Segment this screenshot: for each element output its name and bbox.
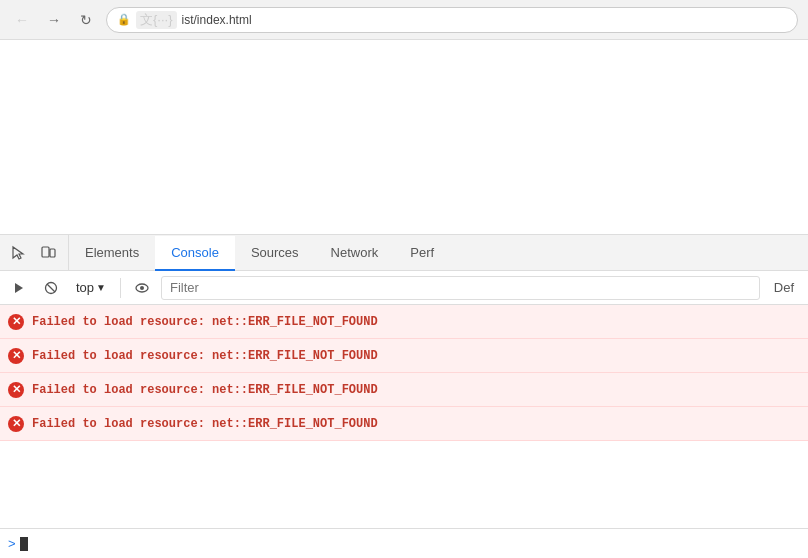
svg-rect-1 (42, 247, 49, 257)
svg-marker-3 (15, 283, 23, 293)
lock-icon: 🔒 (117, 13, 131, 26)
error-row-3: ✕ Failed to load resource: net::ERR_FILE… (0, 373, 808, 407)
devtools-panel: Elements Console Sources Network Perf (0, 235, 808, 558)
toolbar-separator (120, 278, 121, 298)
run-script-icon[interactable] (6, 275, 32, 301)
console-prompt-icon: > (8, 536, 16, 551)
error-icon-2: ✕ (8, 348, 24, 364)
device-toolbar-icon[interactable] (36, 240, 62, 266)
address-bar[interactable]: 🔒 文{···} ist/index.html (106, 7, 798, 33)
forward-button[interactable]: → (42, 8, 66, 32)
tab-network[interactable]: Network (315, 236, 395, 271)
error-row: ✕ Failed to load resource: net::ERR_FILE… (0, 305, 808, 339)
error-row-4: ✕ Failed to load resource: net::ERR_FILE… (0, 407, 808, 441)
tab-console[interactable]: Console (155, 236, 235, 271)
devtools-tab-bar: Elements Console Sources Network Perf (0, 235, 808, 271)
refresh-button[interactable]: ↻ (74, 8, 98, 32)
error-icon-3: ✕ (8, 382, 24, 398)
url-blurred: 文{···} (136, 11, 177, 29)
eye-icon[interactable] (129, 275, 155, 301)
clear-console-icon[interactable] (38, 275, 64, 301)
url-text: ist/index.html (182, 13, 252, 27)
dropdown-arrow-icon: ▼ (96, 282, 106, 293)
filter-input[interactable] (161, 276, 760, 300)
svg-line-5 (47, 284, 55, 292)
console-input-row[interactable]: > (0, 528, 808, 558)
page-content (0, 40, 808, 235)
console-toolbar: top ▼ Def (0, 271, 808, 305)
error-message-4: Failed to load resource: net::ERR_FILE_N… (32, 417, 378, 431)
tab-sources[interactable]: Sources (235, 236, 315, 271)
error-message-2: Failed to load resource: net::ERR_FILE_N… (32, 349, 378, 363)
context-selector[interactable]: top ▼ (70, 278, 112, 297)
inspect-element-icon[interactable] (6, 240, 32, 266)
default-levels-label: Def (766, 280, 802, 295)
error-icon-1: ✕ (8, 314, 24, 330)
tab-perf[interactable]: Perf (394, 236, 450, 271)
error-row-2: ✕ Failed to load resource: net::ERR_FILE… (0, 339, 808, 373)
tab-elements[interactable]: Elements (69, 236, 155, 271)
browser-chrome: ← → ↻ 🔒 文{···} ist/index.html (0, 0, 808, 40)
back-button[interactable]: ← (10, 8, 34, 32)
devtools-toolbar-icons (0, 235, 69, 270)
svg-point-7 (140, 286, 144, 290)
context-label: top (76, 280, 94, 295)
svg-rect-2 (50, 249, 55, 257)
console-cursor (20, 537, 28, 551)
error-message-1: Failed to load resource: net::ERR_FILE_N… (32, 315, 378, 329)
console-output: ✕ Failed to load resource: net::ERR_FILE… (0, 305, 808, 528)
error-icon-4: ✕ (8, 416, 24, 432)
error-message-3: Failed to load resource: net::ERR_FILE_N… (32, 383, 378, 397)
svg-marker-0 (13, 247, 23, 259)
